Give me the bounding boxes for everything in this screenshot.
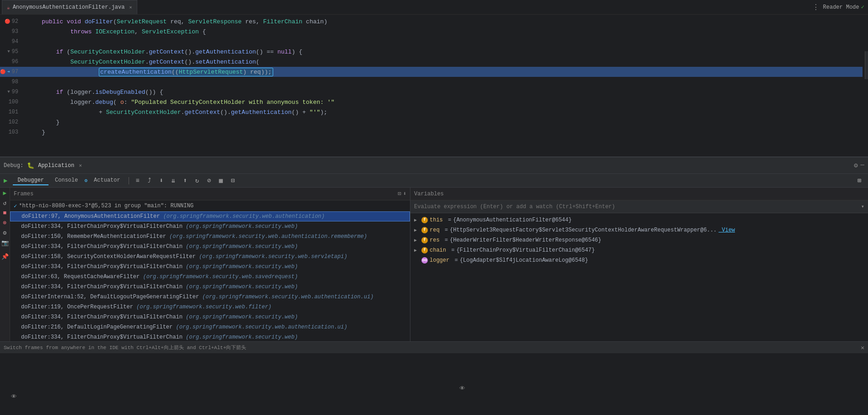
- var-eq-logger: =: [451, 257, 458, 264]
- step-over-btn[interactable]: ⤴: [145, 176, 155, 186]
- rerun-strip-btn[interactable]: ↺: [3, 199, 7, 207]
- debug-body: ▶ ↺ ■ ⊗ ⚙ 📷 📌 Frames ⊡ ⬇: [0, 188, 868, 341]
- step-out-btn[interactable]: ⬆: [180, 176, 190, 186]
- code-line-93: 93 throws IOException, ServletException …: [0, 27, 863, 37]
- var-val-req: {HttpServlet3RequestFactory$Servlet3Secu…: [450, 227, 717, 233]
- var-eq-res: =: [442, 237, 448, 243]
- line-number-96: 96: [0, 59, 24, 65]
- frame-item-11[interactable]: doFilter:216, DefaultLoginPageGenerating…: [10, 322, 410, 332]
- line-number-95: ▼ 95: [0, 49, 24, 55]
- stop-strip-btn[interactable]: ■: [3, 210, 7, 216]
- expand-frames-btn[interactable]: ⬇: [403, 190, 406, 197]
- tab-actuator[interactable]: Actuator: [89, 176, 125, 185]
- force-step-into-btn[interactable]: ⇊: [168, 176, 178, 186]
- resume-strip-btn[interactable]: ▶: [3, 189, 7, 197]
- thread-item[interactable]: ✓ *http-nio-8080-exec-3*@5,523 in group …: [10, 200, 410, 211]
- settings-gear-icon[interactable]: ⚙: [854, 162, 857, 169]
- frame-item-4[interactable]: doFilter:158, SecurityContextHolderAware…: [10, 252, 410, 262]
- variables-header: Variables: [410, 188, 868, 200]
- frame-item-2[interactable]: doFilter:150, RememberMeAuthenticationFi…: [10, 232, 410, 242]
- var-item-logger[interactable]: ▶ oo logger = {LogAdapter$Slf4jLocationA…: [410, 255, 868, 265]
- tab-console[interactable]: Console: [50, 176, 82, 185]
- frame-item-6[interactable]: doFilter:63, RequestCacheAwareFilter (or…: [10, 272, 410, 282]
- frame-item-9[interactable]: doFilter:119, OncePerRequestFilter (org.…: [10, 302, 410, 312]
- frame-pkg-3: (org.springframework.security.web): [186, 243, 298, 250]
- database-label[interactable]: Database: [865, 51, 868, 79]
- close-hint-btn[interactable]: ✕: [861, 344, 864, 351]
- frames-label: Frames: [14, 191, 33, 197]
- frame-method-10: doFilter:334, FilterChainProxy$VirtualFi…: [21, 314, 186, 320]
- evaluate-btn[interactable]: ⊘: [204, 176, 214, 186]
- frame-item-1[interactable]: doFilter:334, FilterChainProxy$VirtualFi…: [10, 221, 410, 232]
- expand-chain-icon[interactable]: ▶: [414, 248, 420, 253]
- variables-panel: Variables ▾ ▶ f this = {Ano: [410, 188, 868, 341]
- camera-strip-btn[interactable]: 📷: [1, 239, 9, 247]
- pin-strip-btn[interactable]: 📌: [1, 253, 9, 260]
- side-panel-labels: Database: [859, 15, 868, 156]
- frames-list[interactable]: doFilter:97, AnonymousAuthenticationFilt…: [10, 211, 410, 341]
- editor-tab-file[interactable]: ☕ AnonymousAuthenticationFilter.java ✕: [2, 0, 137, 14]
- fold-arrow-99[interactable]: ▼: [7, 90, 10, 94]
- frame-method-1: doFilter:334, FilterChainProxy$VirtualFi…: [21, 223, 186, 230]
- debug-toolbar: ▶ Debugger Console ⚙ Actuator ≡ ⤴ ⬇ ⇊ ⬆ …: [0, 174, 868, 188]
- step-into-btn[interactable]: ⬇: [156, 176, 167, 186]
- code-line-97: 🔴 ➜ 97 createAuthentication((HttpServlet…: [0, 67, 863, 77]
- frames-panel: Frames ⊡ ⬇ ✓ *http-nio-8080-exec-3*@5,52…: [10, 188, 410, 341]
- thread-label: *http-nio-8080-exec-3*@5,523 in group "m…: [19, 203, 194, 209]
- frame-item-selected[interactable]: doFilter:97, AnonymousAuthenticationFilt…: [10, 211, 410, 221]
- eval-dropdown-btn[interactable]: ▾: [861, 203, 864, 210]
- line-number-103: 103: [0, 129, 24, 135]
- frame-item-12[interactable]: doFilter:334, FilterChainProxy$VirtualFi…: [10, 332, 410, 341]
- var-item-req[interactable]: ▶ f req = {HttpServlet3RequestFactory$Se…: [410, 225, 868, 235]
- var-type-icon-logger: oo: [421, 257, 428, 264]
- frame-item-5[interactable]: doFilter:334, FilterChainProxy$VirtualFi…: [10, 262, 410, 272]
- var-name-logger: logger: [430, 257, 449, 264]
- mute-strip-btn[interactable]: ⊗: [3, 219, 7, 226]
- frame-pkg-8: (org.springframework.security.web.authen…: [202, 294, 373, 300]
- tab-close-btn[interactable]: ✕: [129, 5, 132, 10]
- minimize-icon[interactable]: ─: [861, 162, 864, 169]
- kebab-menu-icon[interactable]: ⋮: [812, 3, 819, 12]
- editor-top-right: ⋮ Reader Mode ✓: [812, 3, 868, 12]
- var-name-res: res: [430, 237, 440, 243]
- code-line-103: 103 }: [0, 127, 863, 137]
- reader-mode-button[interactable]: Reader Mode ✓: [823, 4, 864, 11]
- frame-pkg-0: (org.springframework.security.web.authen…: [163, 213, 325, 220]
- breakpoint-97[interactable]: 🔴: [0, 69, 5, 75]
- more-btn[interactable]: ⊟: [228, 176, 238, 186]
- debug-action-strip: ▶ ↺ ■ ⊗ ⚙ 📷 📌: [0, 188, 10, 341]
- var-item-res[interactable]: ▶ f res = {HeaderWriterFilter$HeaderWrit…: [410, 235, 868, 245]
- debug-session-close[interactable]: ✕: [79, 162, 82, 168]
- frame-item-3[interactable]: doFilter:334, FilterChainProxy$VirtualFi…: [10, 242, 410, 252]
- resume-button[interactable]: ▶: [4, 177, 7, 184]
- settings-strip-btn[interactable]: ⚙: [3, 229, 7, 237]
- frame-item-8[interactable]: doFilterInternal:52, DefaultLogoutPageGe…: [10, 292, 410, 302]
- breakpoint-92[interactable]: 🔴: [5, 19, 10, 24]
- restore-layout-btn[interactable]: ⊞: [854, 176, 864, 186]
- actuator-tab-group[interactable]: ⚙ Actuator: [84, 176, 124, 185]
- code-line-95: ▼ 95 if (SecurityContextHolder.getContex…: [0, 47, 863, 57]
- var-item-chain[interactable]: ▶ f chain = {FilterChainProxy$VirtualFil…: [410, 245, 868, 255]
- var-name-chain: chain: [430, 247, 446, 253]
- frame-pkg-4: (org.springframework.security.web.servle…: [199, 253, 347, 260]
- var-view-req-link[interactable]: View: [718, 227, 735, 233]
- run-to-cursor-btn[interactable]: ↻: [192, 176, 202, 186]
- frame-item-10[interactable]: doFilter:334, FilterChainProxy$VirtualFi…: [10, 312, 410, 322]
- fold-arrow-95[interactable]: ▼: [7, 49, 10, 54]
- var-item-this[interactable]: ▶ f this = {AnonymousAuthenticationFilte…: [410, 215, 868, 225]
- code-lines-container: 🔴 92 public void doFilter(ServletRequest…: [0, 15, 863, 156]
- expand-this-icon[interactable]: ▶: [414, 217, 420, 223]
- expand-req-icon[interactable]: ▶: [414, 227, 420, 233]
- frame-method-12: doFilter:334, FilterChainProxy$VirtualFi…: [21, 334, 186, 340]
- var-val-chain: {FilterChainProxy$VirtualFilterChain@654…: [456, 247, 594, 253]
- line-content-102: }: [24, 119, 59, 126]
- eval-input[interactable]: [414, 204, 858, 210]
- code-line-98: 98: [0, 77, 863, 87]
- frame-item-7[interactable]: doFilter:334, FilterChainProxy$VirtualFi…: [10, 282, 410, 292]
- filter-frames-btn[interactable]: ⊡: [398, 190, 401, 197]
- debug-session-name[interactable]: Application: [38, 162, 74, 169]
- show-all-frames-btn[interactable]: ≡: [133, 176, 143, 186]
- tab-debugger[interactable]: Debugger: [13, 176, 49, 185]
- trace-btn[interactable]: ▦: [216, 176, 226, 186]
- expand-res-icon[interactable]: ▶: [414, 237, 420, 243]
